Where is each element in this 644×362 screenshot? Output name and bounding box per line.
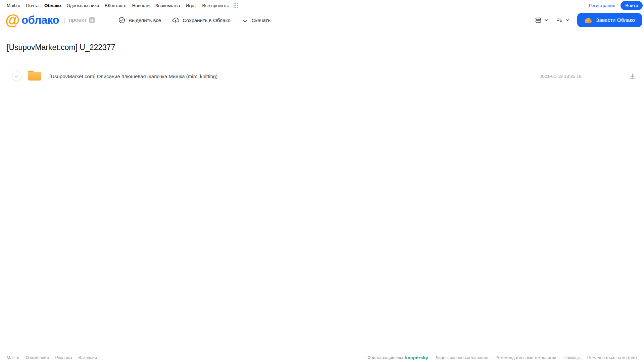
check-icon bbox=[14, 73, 19, 79]
footer-link-ads[interactable]: Реклама bbox=[55, 355, 72, 360]
footer-link-about[interactable]: О компании bbox=[26, 355, 49, 360]
register-link[interactable]: Регистрация bbox=[589, 3, 615, 8]
apps-grid-icon[interactable] bbox=[233, 3, 238, 8]
file-name-link[interactable]: [UsupovMarket.com] Описание плюшевая шап… bbox=[49, 73, 217, 79]
select-all-button[interactable]: Выделить все bbox=[118, 17, 161, 23]
check-circle-icon bbox=[118, 17, 125, 23]
chevron-down-icon bbox=[544, 18, 548, 22]
nav-link-news[interactable]: Новости bbox=[132, 3, 150, 8]
nav-link-vkontakte[interactable]: ВКонтакте bbox=[105, 3, 127, 8]
sort-selector[interactable] bbox=[556, 16, 569, 24]
cloud-upload-icon bbox=[172, 17, 179, 23]
chevron-down-icon bbox=[565, 18, 569, 22]
view-mode-selector[interactable] bbox=[535, 16, 548, 24]
mailru-at-icon: @ bbox=[5, 13, 19, 28]
cloud-logo[interactable]: @ облако | проект vk bbox=[5, 13, 95, 28]
save-to-cloud-label: Сохранить в Облако bbox=[183, 17, 231, 23]
nav-link-mail[interactable]: Почта bbox=[26, 3, 39, 8]
row-download-icon[interactable] bbox=[629, 73, 636, 80]
nav-link-odnoklassniki[interactable]: Одноклассники bbox=[66, 3, 99, 8]
top-nav-auth: Регистрация Войти bbox=[589, 1, 643, 10]
download-arrow-icon bbox=[242, 17, 248, 23]
footer-right-links: Файлы защищены kaspersky Лицензионное со… bbox=[367, 355, 637, 360]
nav-link-all-projects[interactable]: Все проекты bbox=[202, 3, 229, 8]
footer-left-links: Mail.ru О компании Реклама Вакансии bbox=[7, 355, 97, 360]
top-nav-links: Mail.ru Почта Облако Одноклассники ВКонт… bbox=[7, 3, 238, 8]
get-cloud-button[interactable]: Завести Облако bbox=[577, 13, 642, 27]
footer-link-license[interactable]: Лицензионное соглашение bbox=[436, 355, 488, 360]
footer-link-recommendation-tech[interactable]: Рекомендательные технологии bbox=[495, 355, 556, 360]
footer-link-help[interactable]: Помощь bbox=[563, 355, 580, 360]
select-all-label: Выделить все bbox=[129, 17, 161, 23]
kaspersky-protection: Файлы защищены kaspersky bbox=[367, 355, 428, 360]
login-button[interactable]: Войти bbox=[621, 1, 643, 10]
footer-link-jobs[interactable]: Вакансии bbox=[79, 355, 97, 360]
download-button[interactable]: Скачать bbox=[242, 17, 270, 23]
footer: Mail.ru О компании Реклама Вакансии Файл… bbox=[0, 353, 644, 362]
list-view-icon bbox=[535, 16, 542, 24]
logo-project-label: проект bbox=[69, 17, 87, 23]
footer-link-report-content[interactable]: Пожаловаться на контент bbox=[587, 355, 637, 360]
sort-icon bbox=[556, 16, 563, 24]
save-to-cloud-button[interactable]: Сохранить в Облако bbox=[172, 17, 231, 23]
file-date: 2021-01-18 13:35:18 bbox=[540, 74, 582, 79]
top-utility-nav: Mail.ru Почта Облако Одноклассники ВКонт… bbox=[0, 0, 644, 11]
folder-icon[interactable] bbox=[28, 70, 42, 83]
nav-link-mailru[interactable]: Mail.ru bbox=[7, 3, 20, 8]
kaspersky-logo[interactable]: kaspersky bbox=[405, 355, 428, 360]
download-label: Скачать bbox=[252, 17, 270, 23]
logo-divider: | bbox=[63, 16, 65, 24]
footer-link-mailru[interactable]: Mail.ru bbox=[7, 355, 19, 360]
files-protected-label: Файлы защищены bbox=[367, 355, 403, 360]
nav-link-dating[interactable]: Знакомства bbox=[155, 3, 180, 8]
header: @ облако | проект vk Выделить все bbox=[0, 11, 644, 30]
header-controls bbox=[535, 16, 569, 24]
logo-wordmark: облако bbox=[21, 14, 59, 27]
nav-link-games[interactable]: Игры bbox=[186, 3, 197, 8]
vk-badge-icon: vk bbox=[89, 17, 95, 23]
page-title: [UsupovMarket.com] U_222377 bbox=[7, 43, 644, 52]
toolbar: Выделить все Сохранить в Облако Скачать bbox=[118, 17, 270, 23]
file-checkbox[interactable] bbox=[12, 71, 21, 81]
file-row: [UsupovMarket.com] Описание плюшевая шап… bbox=[0, 67, 644, 86]
orange-cloud-icon bbox=[584, 17, 592, 23]
get-cloud-label: Завести Облако bbox=[596, 17, 635, 23]
nav-link-cloud[interactable]: Облако bbox=[44, 3, 61, 8]
